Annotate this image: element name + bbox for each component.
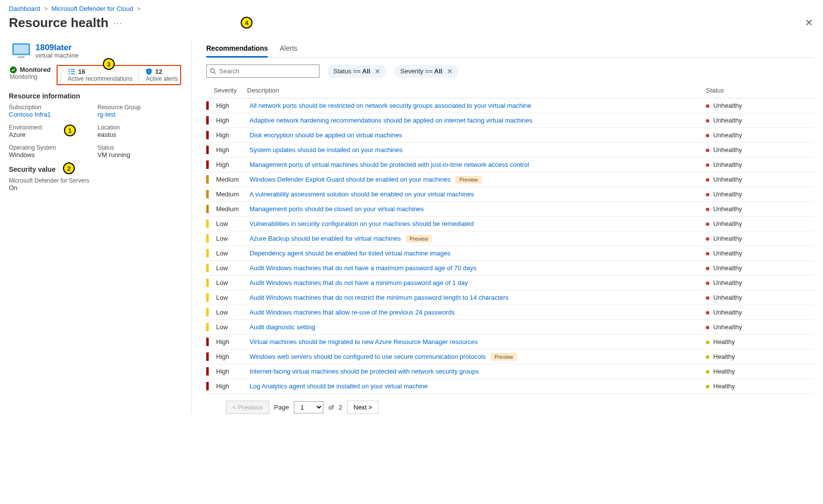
recommendation-link[interactable]: Audit Windows machines that do not have … [250,264,476,272]
severity-bar [206,382,209,390]
description-cell: Azure Backup should be enabled for virtu… [250,235,706,242]
svg-rect-2 [18,56,25,58]
table-row[interactable]: HighAll network ports should be restrict… [206,98,814,113]
tab-alerts[interactable]: Alerts [280,40,297,57]
table-row[interactable]: LowAudit diagnostic settingUnhealthy [206,320,814,335]
description-cell: Windows Defender Exploit Guard should be… [250,176,706,183]
table-row[interactable]: LowAudit Windows machines that allow re-… [206,305,814,320]
location-value: eastus [97,131,181,138]
recommendation-link[interactable]: Vulnerabilities in security configuratio… [250,220,474,227]
search-input[interactable] [218,67,316,75]
recommendation-link[interactable]: Adaptive network hardening recommendatio… [250,117,533,124]
recommendation-link[interactable]: Log Analytics agent should be installed … [250,382,428,390]
recommendation-link[interactable]: Audit Windows machines that do not restr… [250,294,508,301]
subscription-link[interactable]: Contoso Infra1 [9,111,51,118]
table-row[interactable]: HighLog Analytics agent should be instal… [206,379,814,394]
description-cell: System updates should be installed on yo… [250,146,706,154]
table-row[interactable]: HighSystem updates should be installed o… [206,143,814,158]
severity-cell: Low [211,309,250,316]
search-icon [210,68,216,74]
table-row[interactable]: MediumA vulnerability assessment solutio… [206,187,814,202]
table-row[interactable]: HighVirtual machines should be migrated … [206,335,814,349]
table-row[interactable]: MediumManagement ports should be closed … [206,202,814,217]
status-cell: Unhealthy [706,131,814,139]
tabs: Recommendations Alerts [206,40,814,58]
recommendation-link[interactable]: Internet-facing virtual machines should … [250,368,479,375]
preview-badge: Preview [406,235,432,243]
severity-cell: High [211,102,250,109]
recommendation-link[interactable]: Audit Windows machines that allow re-use… [250,309,455,316]
status-dot-icon [706,326,709,329]
breadcrumb-dashboard[interactable]: Dashboard [9,5,40,12]
status-cell: Unhealthy [706,323,814,331]
status-cell: Unhealthy [706,264,814,272]
status-dot-icon [706,178,709,182]
description-cell: Audit Windows machines that do not restr… [250,294,706,301]
svg-rect-1 [14,45,29,54]
os-label: Operating System [9,144,93,151]
table-row[interactable]: LowAudit Windows machines that do not re… [206,290,814,305]
more-actions-button[interactable]: ⋯ [113,18,122,29]
table-row[interactable]: HighManagement ports of virtual machines… [206,158,814,172]
search-box[interactable] [206,64,319,78]
recommendation-link[interactable]: Audit diagnostic setting [250,323,316,331]
clear-severity-filter-icon[interactable]: ✕ [447,67,453,75]
recommendation-link[interactable]: Management ports should be closed on you… [250,205,424,213]
severity-cell: High [211,353,250,360]
table-row[interactable]: LowDependency agent should be enabled fo… [206,246,814,261]
table-row[interactable]: HighInternet-facing virtual machines sho… [206,364,814,379]
resource-group-link[interactable]: rg-test [97,111,116,118]
table-row[interactable]: LowAudit Windows machines that do not ha… [206,276,814,290]
description-cell: Audit Windows machines that allow re-use… [250,309,706,316]
description-cell: Windows web servers should be configured… [250,353,706,360]
close-icon[interactable]: ✕ [805,17,813,29]
status-cell: Unhealthy [706,102,814,109]
severity-cell: High [211,382,250,390]
severity-cell: High [211,117,250,124]
filter-chip-severity[interactable]: Severity == All ✕ [394,65,458,78]
filter-chip-status[interactable]: Status == All ✕ [327,65,386,78]
table-row[interactable]: MediumWindows Defender Exploit Guard sho… [206,172,814,187]
recommendation-link[interactable]: Virtual machines should be migrated to n… [250,338,478,346]
prev-page-button[interactable]: < Previous [226,401,269,414]
recommendation-link[interactable]: Windows web servers should be configured… [250,353,486,360]
table-row[interactable]: HighAdaptive network hardening recommend… [206,113,814,128]
table-row[interactable]: HighWindows web servers should be config… [206,349,814,364]
table-row[interactable]: LowVulnerabilities in security configura… [206,217,814,231]
clear-status-filter-icon[interactable]: ✕ [375,67,380,75]
recommendation-link[interactable]: Azure Backup should be enabled for virtu… [250,235,401,242]
tab-recommendations[interactable]: Recommendations [206,40,268,58]
recommendation-link[interactable]: Dependency agent should be enabled for l… [250,250,450,257]
col-status[interactable]: Status [706,87,814,94]
description-cell: Adaptive network hardening recommendatio… [250,117,706,124]
severity-bar [206,220,209,228]
recommendation-link[interactable]: A vulnerability assessment solution shou… [250,190,474,198]
next-page-button[interactable]: Next > [347,401,379,414]
alerts-label: Active alerts [146,75,178,82]
col-description[interactable]: Description [247,87,706,94]
severity-cell: Low [211,279,250,286]
table-row[interactable]: LowAzure Backup should be enabled for vi… [206,231,814,246]
breadcrumb-defender[interactable]: Microsoft Defender for Cloud [51,5,133,12]
col-severity[interactable]: Severity [209,87,247,94]
severity-cell: High [211,338,250,346]
recommendation-link[interactable]: Windows Defender Exploit Guard should be… [250,176,450,183]
page-select[interactable]: 1 [294,401,323,413]
preview-badge: Preview [491,353,517,361]
recommendation-link[interactable]: Disk encryption should be applied on vir… [250,131,402,139]
of-label: of [328,404,334,411]
table-row[interactable]: LowAudit Windows machines that do not ha… [206,261,814,276]
recommendation-link[interactable]: System updates should be installed on yo… [250,146,403,154]
severity-bar [206,146,209,154]
table-row[interactable]: HighDisk encryption should be applied on… [206,128,814,143]
status-dot-icon [706,311,709,315]
status-cell: Unhealthy [706,250,814,257]
resource-name[interactable]: 1809later [35,43,78,53]
recommendation-link[interactable]: Audit Windows machines that do not have … [250,279,468,286]
monitored-label: Monitored [20,66,51,73]
total-pages: 2 [339,404,342,411]
recommendation-link[interactable]: All network ports should be restricted o… [250,102,531,109]
recommendation-link[interactable]: Management ports of virtual machines sho… [250,161,529,168]
description-cell: Log Analytics agent should be installed … [250,382,706,390]
environment-value: Azure [9,131,93,138]
